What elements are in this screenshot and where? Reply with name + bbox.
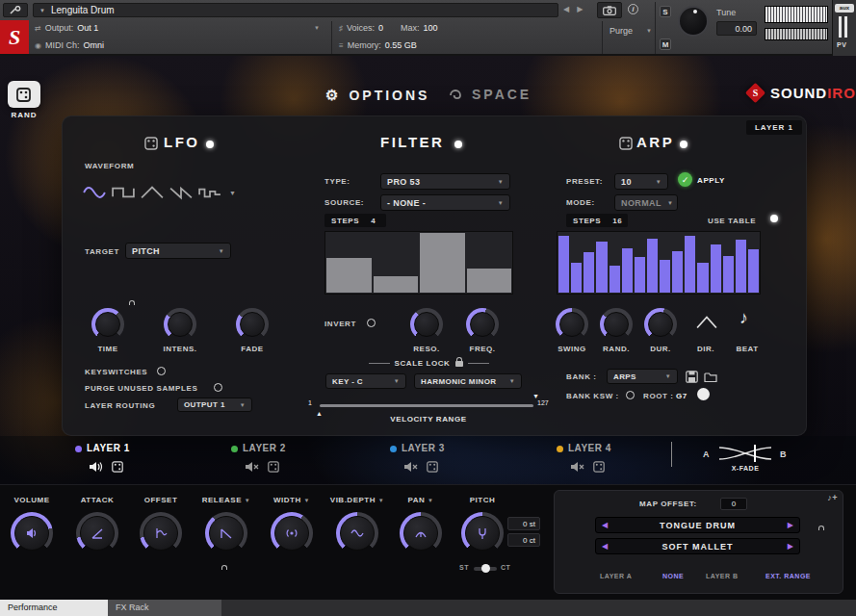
info-button[interactable]: i <box>628 4 638 14</box>
layer-tab-3[interactable]: LAYER 3 <box>402 443 445 453</box>
arp-swing-knob[interactable] <box>556 308 588 341</box>
invert-toggle[interactable] <box>367 319 376 327</box>
bank-load-button[interactable] <box>704 370 717 387</box>
lfo-intensity-knob[interactable] <box>164 308 196 341</box>
bank-save-button[interactable] <box>686 370 698 387</box>
lfo-fade-knob[interactable] <box>236 308 269 341</box>
mute-button[interactable]: M <box>660 38 671 50</box>
vib-depth-knob[interactable] <box>336 512 378 554</box>
pitch-semitones-value[interactable]: 0 st <box>507 517 540 530</box>
lfo-dice-icon[interactable] <box>144 137 158 154</box>
velocity-range-slider[interactable] <box>320 404 533 407</box>
st-ct-toggle-handle[interactable] <box>481 564 490 573</box>
instrument-title-bar[interactable]: ▼ Lenguita Drum <box>33 3 558 17</box>
offset-knob[interactable] <box>140 512 182 554</box>
filter-type-dropdown[interactable]: PRO 53▼ <box>380 173 510 190</box>
velocity-high-marker[interactable]: ▼ <box>532 393 539 399</box>
layer3-dice-icon[interactable] <box>427 459 438 476</box>
arp-direction-button[interactable] <box>696 314 717 335</box>
scale-key-dropdown[interactable]: KEY - C▼ <box>325 373 406 389</box>
arp-random-knob[interactable] <box>600 308 633 341</box>
filter-steps-chip[interactable]: STEPS4 <box>324 214 386 227</box>
layer1-speaker-on-icon[interactable] <box>89 459 103 476</box>
layer-tab-2[interactable]: LAYER 2 <box>243 443 286 453</box>
arp-power-toggle[interactable] <box>680 141 687 148</box>
layer2-speaker-muted-icon[interactable] <box>245 459 259 476</box>
tab-options[interactable]: ⚙ OPTIONS <box>325 87 429 104</box>
arp-dice-icon[interactable] <box>619 137 633 154</box>
kontakt-library-logo[interactable]: S <box>0 20 29 54</box>
tab-fx-rack[interactable]: FX Rack <box>108 600 221 616</box>
bank-dropdown[interactable]: ARPS▼ <box>607 369 678 384</box>
layer-a-tab[interactable]: LAYER A <box>600 573 632 579</box>
root-set-button[interactable] <box>697 388 710 400</box>
lfo-time-knob[interactable] <box>91 308 124 341</box>
chevron-down-icon[interactable]: ▼ <box>428 498 433 503</box>
arp-table-bars[interactable] <box>557 231 761 295</box>
lock-icon[interactable] <box>455 361 463 367</box>
use-table-toggle[interactable] <box>770 215 778 222</box>
waveform-menu-arrow[interactable]: ▼ <box>229 190 236 196</box>
ext-range-tab[interactable]: EXT. RANGE <box>765 573 811 579</box>
articulation-selector-a[interactable]: ◀ TONGUE DRUM ▶ <box>595 517 800 533</box>
chevron-down-icon[interactable]: ▼ <box>304 498 310 503</box>
filter-step-bars[interactable] <box>324 231 513 295</box>
note-badge-icon[interactable]: ♪+ <box>809 493 838 502</box>
purge-unused-toggle[interactable] <box>214 383 222 392</box>
layer-tab-1[interactable]: LAYER 1 <box>87 443 130 453</box>
arp-steps-chip[interactable]: STEPS16 <box>566 214 628 227</box>
layer-tab-4[interactable]: LAYER 4 <box>568 443 611 453</box>
purge-menu[interactable]: Purge ▼ <box>610 26 652 36</box>
pv-button[interactable]: PV <box>837 41 846 48</box>
apply-check-button[interactable]: ✓ <box>678 172 692 187</box>
layer4-dice-icon[interactable] <box>593 459 605 476</box>
keyswitches-toggle[interactable] <box>157 367 166 375</box>
lfo-waveform-triangle-button[interactable] <box>141 185 164 204</box>
lfo-waveform-saw-button[interactable] <box>169 185 193 204</box>
pan-knob[interactable] <box>400 512 442 554</box>
bank-ksw-toggle[interactable] <box>626 391 635 399</box>
filter-resonance-knob[interactable] <box>410 308 443 341</box>
midi-channel-select[interactable]: ◉ MIDI Ch: Omni <box>35 40 320 50</box>
layer-b-tab[interactable]: LAYER B <box>706 573 739 579</box>
next-arrow-icon[interactable]: ▶ <box>788 521 793 529</box>
layer2-dice-icon[interactable] <box>268 459 279 476</box>
tab-space[interactable]: SPACE <box>447 87 532 102</box>
filter-power-toggle[interactable] <box>454 141 462 148</box>
instrument-nav-arrows[interactable]: ◀ ▶ <box>563 5 583 13</box>
width-knob[interactable] <box>271 512 313 554</box>
tune-value[interactable]: 0.00 <box>716 21 757 36</box>
next-arrow-icon[interactable]: ▶ <box>788 542 793 551</box>
volume-knob[interactable] <box>11 512 53 554</box>
none-tab[interactable]: NONE <box>662 573 684 579</box>
filter-source-dropdown[interactable]: - NONE -▼ <box>380 194 510 211</box>
lfo-waveform-square-button[interactable] <box>112 185 135 204</box>
tune-knob[interactable] <box>678 6 709 37</box>
chevron-down-icon[interactable]: ▼ <box>245 498 250 503</box>
aux-button[interactable]: aux <box>835 4 854 13</box>
output-select[interactable]: ⇄ Output: Out 1 ▼ <box>35 23 320 33</box>
map-offset-value[interactable]: 0 <box>720 498 747 510</box>
solo-button[interactable]: S <box>660 6 671 17</box>
pitch-knob[interactable] <box>461 512 504 554</box>
layer3-speaker-muted-icon[interactable] <box>403 459 418 476</box>
snapshot-camera-button[interactable] <box>597 2 622 18</box>
scale-type-dropdown[interactable]: HARMONIC MINOR▼ <box>414 373 522 389</box>
lfo-waveform-random-button[interactable] <box>198 185 221 204</box>
attack-knob[interactable] <box>76 512 118 554</box>
beat-note-icon[interactable]: ♪ <box>739 308 748 328</box>
arp-duration-knob[interactable] <box>644 308 677 341</box>
pitch-cents-value[interactable]: 0 ct <box>507 533 540 547</box>
wrench-button[interactable] <box>3 3 28 17</box>
arp-preset-dropdown[interactable]: 10▼ <box>614 173 668 190</box>
lfo-target-dropdown[interactable]: PITCH▼ <box>125 243 231 259</box>
chevron-down-icon[interactable]: ▼ <box>378 498 384 503</box>
layer1-dice-icon[interactable] <box>112 459 123 476</box>
xfade-slider[interactable] <box>716 444 774 467</box>
filter-frequency-knob[interactable] <box>466 308 499 341</box>
lfo-waveform-sine-button[interactable] <box>83 185 106 204</box>
velocity-low-marker[interactable]: ▲ <box>316 410 323 417</box>
layer-routing-dropdown[interactable]: OUTPUT 1▼ <box>177 398 252 412</box>
rand-button[interactable] <box>8 81 40 108</box>
arp-mode-dropdown[interactable]: NORMAL▼ <box>614 194 678 211</box>
